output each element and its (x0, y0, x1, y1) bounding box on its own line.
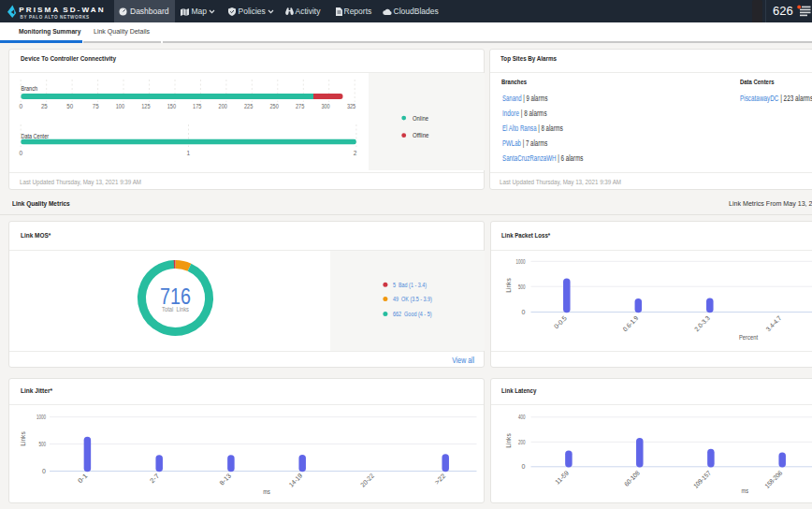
svg-text:25: 25 (41, 103, 48, 109)
svg-text:1: 1 (186, 150, 190, 156)
svg-text:Links: Links (20, 431, 26, 446)
svg-text:14-19: 14-19 (287, 473, 303, 488)
svg-text:60-108: 60-108 (622, 470, 640, 487)
svg-text:109-157: 109-157 (691, 470, 711, 489)
svg-text:Online: Online (413, 115, 428, 122)
svg-text:20-22: 20-22 (359, 473, 375, 488)
svg-text:100: 100 (116, 103, 125, 109)
svg-text:11-59: 11-59 (554, 470, 570, 486)
svg-text:ms: ms (741, 487, 748, 494)
svg-text:Offline: Offline (413, 132, 429, 138)
svg-text:Branch: Branch (22, 85, 38, 92)
svg-text:Total Links: Total Links (162, 306, 189, 313)
svg-text:250: 250 (270, 103, 280, 109)
svg-text:158-206: 158-206 (763, 470, 783, 489)
svg-text:8-13: 8-13 (218, 473, 232, 487)
svg-text:500: 500 (39, 441, 47, 447)
svg-text:200: 200 (518, 439, 526, 445)
svg-text:49 OK (3.5 - 3.9): 49 OK (3.5 - 3.9) (393, 296, 432, 303)
svg-text:2: 2 (354, 150, 357, 156)
svg-text:3.4-4.7: 3.4-4.7 (764, 314, 782, 332)
svg-text:50: 50 (66, 103, 73, 109)
svg-text:Links: Links (505, 433, 512, 448)
svg-text:0: 0 (19, 150, 22, 156)
svg-text:200: 200 (219, 103, 228, 109)
svg-text:2-7: 2-7 (149, 473, 161, 485)
svg-text:5 Bad (1 - 3.4): 5 Bad (1 - 3.4) (393, 282, 427, 289)
svg-text:662 Good (4 - 5): 662 Good (4 - 5) (393, 311, 432, 318)
svg-text:Data Center: Data Center (22, 133, 50, 139)
svg-text:0.6-1.9: 0.6-1.9 (621, 314, 639, 332)
svg-text:225: 225 (244, 103, 254, 109)
svg-text:275: 275 (296, 103, 305, 109)
svg-text:500: 500 (518, 284, 526, 290)
svg-text:0: 0 (521, 309, 525, 315)
svg-text:Percent: Percent (739, 334, 758, 341)
svg-text:75: 75 (93, 103, 99, 109)
svg-text:0: 0 (19, 103, 22, 109)
svg-text:400: 400 (518, 414, 526, 420)
svg-text:>22: >22 (433, 473, 446, 486)
svg-text:300: 300 (321, 103, 330, 109)
svg-text:125: 125 (141, 103, 151, 109)
svg-text:2.0-3.3: 2.0-3.3 (692, 314, 710, 332)
svg-text:1000: 1000 (515, 258, 525, 265)
svg-text:0-1: 0-1 (77, 473, 89, 485)
svg-text:0-0.5: 0-0.5 (552, 314, 567, 329)
svg-text:150: 150 (167, 103, 177, 109)
svg-text:325: 325 (347, 103, 356, 109)
svg-text:1000: 1000 (36, 414, 46, 420)
svg-text:0: 0 (521, 463, 525, 470)
svg-text:175: 175 (193, 103, 202, 109)
svg-text:Links: Links (504, 278, 511, 293)
svg-text:ms: ms (263, 488, 270, 495)
svg-text:0: 0 (42, 468, 46, 474)
